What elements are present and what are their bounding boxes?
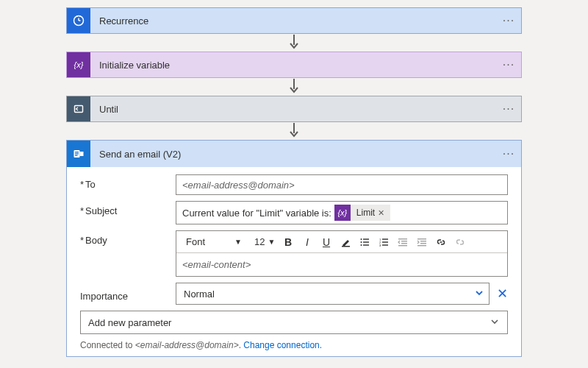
step-title: Send an email (V2) (90, 149, 496, 160)
svg-point-3 (76, 15, 78, 17)
svg-rect-16 (363, 238, 369, 239)
svg-rect-26 (382, 244, 388, 245)
subject-text: Current value for "Limit" variable is: (182, 208, 331, 219)
rte-toolbar: Font▼ 12▼ B I U (176, 231, 507, 253)
token-label: Limit (356, 208, 375, 218)
chevron-down-icon (474, 288, 484, 300)
connection-info: Connected to <email-address@domain>. Cha… (80, 340, 508, 350)
svg-rect-14 (342, 246, 350, 247)
variable-icon: {x} (334, 205, 351, 221)
step-header[interactable]: Send an email (V2) ··· (67, 141, 521, 167)
step-menu-button[interactable]: ··· (496, 58, 521, 71)
indent-button[interactable] (413, 233, 431, 251)
body-placeholder: <email-content> (182, 259, 251, 270)
body-textarea[interactable]: <email-content> (176, 253, 507, 276)
svg-rect-30 (398, 245, 407, 246)
svg-rect-12 (75, 155, 78, 156)
variable-icon: {x} (67, 52, 90, 77)
step-menu-button[interactable]: ··· (496, 102, 521, 116)
bullet-list-button[interactable] (356, 233, 373, 251)
importance-select[interactable]: Normal (176, 283, 490, 305)
link-button[interactable] (432, 233, 450, 251)
svg-point-4 (79, 15, 81, 17)
font-color-button[interactable] (337, 233, 354, 251)
svg-point-17 (361, 241, 362, 243)
bold-button[interactable]: B (279, 233, 297, 251)
body-editor: Font▼ 12▼ B I U (176, 230, 508, 277)
connector-arrow (66, 123, 522, 139)
step-send-email: Send an email (V2) ··· To <email-address… (66, 140, 522, 357)
svg-point-15 (361, 238, 362, 240)
subject-input[interactable]: Current value for "Limit" variable is: {… (176, 201, 508, 224)
outlook-icon (67, 141, 90, 167)
to-label: To (80, 174, 176, 190)
recurrence-icon (67, 8, 90, 33)
svg-rect-33 (420, 243, 426, 244)
chevron-down-icon (490, 316, 500, 329)
svg-rect-28 (401, 241, 407, 241)
svg-point-19 (361, 244, 362, 246)
caret-down-icon: ▼ (234, 238, 242, 246)
font-size-select[interactable]: 12▼ (248, 233, 278, 251)
svg-rect-11 (75, 153, 79, 154)
connector-arrow (66, 79, 522, 95)
subject-label: Subject (80, 201, 176, 216)
to-placeholder: <email-address@domain> (182, 180, 295, 191)
svg-rect-22 (382, 238, 388, 239)
outdent-button[interactable] (394, 233, 412, 251)
step-initialize-variable[interactable]: {x} Initialize variable ··· (66, 52, 522, 78)
step-menu-button[interactable]: ··· (496, 147, 521, 160)
dynamic-token-limit[interactable]: {x} Limit ✕ (334, 205, 390, 221)
until-icon (67, 96, 90, 121)
underline-button[interactable]: U (318, 233, 335, 251)
svg-rect-31 (417, 238, 426, 239)
step-title: Recurrence (90, 15, 496, 26)
token-remove-icon[interactable]: ✕ (378, 208, 384, 218)
body-label: Body (80, 230, 176, 246)
svg-rect-27 (398, 238, 407, 239)
remove-parameter-button[interactable]: ✕ (497, 286, 508, 302)
svg-rect-29 (401, 243, 407, 244)
svg-rect-18 (363, 241, 369, 242)
svg-text:3: 3 (379, 243, 381, 247)
svg-rect-10 (75, 152, 79, 152)
svg-rect-34 (417, 245, 426, 246)
svg-rect-13 (80, 152, 84, 156)
caret-down-icon: ▼ (268, 238, 275, 246)
to-input[interactable]: <email-address@domain> (176, 174, 508, 195)
font-family-select[interactable]: Font▼ (179, 233, 247, 251)
numbered-list-button[interactable]: 123 (375, 233, 392, 251)
step-until[interactable]: Until ··· (66, 96, 522, 122)
italic-button[interactable]: I (298, 233, 316, 251)
step-title: Until (90, 104, 496, 115)
add-parameter-select[interactable]: Add new parameter (80, 311, 508, 334)
svg-rect-20 (363, 244, 369, 245)
importance-label: Importance (80, 286, 176, 302)
step-recurrence[interactable]: Recurrence ··· (66, 7, 522, 34)
step-title: Initialize variable (90, 60, 496, 71)
step-menu-button[interactable]: ··· (496, 14, 521, 27)
svg-rect-24 (382, 241, 388, 242)
unlink-button[interactable] (451, 233, 469, 251)
change-connection-link[interactable]: Change connection. (243, 340, 322, 350)
connector-arrow (66, 35, 522, 51)
svg-rect-32 (420, 241, 426, 241)
